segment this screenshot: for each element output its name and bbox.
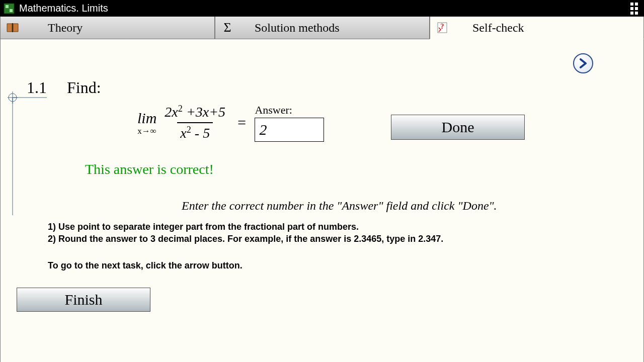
titlebar: Mathematics. Limits xyxy=(0,0,644,17)
done-button[interactable]: Done xyxy=(391,115,525,140)
menu-dots-icon[interactable] xyxy=(630,3,641,15)
tab-label: Solution methods xyxy=(255,21,340,35)
answer-input[interactable] xyxy=(255,118,324,142)
tab-theory[interactable]: Theory xyxy=(0,17,215,39)
tab-bar: Theory Σ Solution methods ? Self-check xyxy=(0,17,644,39)
selfcheck-icon: ? xyxy=(435,21,449,35)
limit-symbol: lim xyxy=(137,111,156,126)
problem-number: 1.1 xyxy=(27,78,47,97)
svg-rect-2 xyxy=(10,9,13,12)
chevron-right-icon xyxy=(578,58,588,68)
hint-2: 2) Round the answer to 3 decimal places.… xyxy=(48,233,443,245)
bracket-decoration xyxy=(8,79,47,215)
numerator: 2x2 +3x+5 xyxy=(162,104,228,122)
content-area: 1.1 Find: lim x→∞ 2x2 +3x+5 x2 - 5 = Ans… xyxy=(0,39,644,362)
problem-title: Find: xyxy=(67,78,101,97)
denominator: x2 - 5 xyxy=(177,122,213,142)
hint-1: 1) Use point to separate integer part fr… xyxy=(48,221,443,233)
feedback-message: This answer is correct! xyxy=(85,161,214,177)
book-icon xyxy=(6,21,20,35)
app-icon xyxy=(3,3,15,15)
instruction-text: Enter the correct number in the "Answer"… xyxy=(182,199,497,213)
svg-text:?: ? xyxy=(441,23,444,30)
tab-label: Self-check xyxy=(472,21,524,35)
sigma-icon: Σ xyxy=(220,21,234,35)
svg-rect-1 xyxy=(6,5,9,8)
next-arrow-button[interactable] xyxy=(573,53,593,73)
hints-block: 1) Use point to separate integer part fr… xyxy=(48,221,443,246)
equals-sign: = xyxy=(233,114,250,131)
limit-subscript: x→∞ xyxy=(137,127,156,135)
next-task-hint: To go to the next task, click the arrow … xyxy=(48,260,243,271)
finish-button[interactable]: Finish xyxy=(17,288,150,312)
tab-label: Theory xyxy=(48,21,83,35)
svg-point-8 xyxy=(9,94,17,102)
window-title: Mathematics. Limits xyxy=(19,3,108,14)
limit-expression: lim x→∞ 2x2 +3x+5 x2 - 5 = Answer: xyxy=(137,104,324,142)
answer-label: Answer: xyxy=(255,104,324,117)
tab-self-check[interactable]: ? Self-check xyxy=(430,17,644,39)
tab-solution-methods[interactable]: Σ Solution methods xyxy=(215,17,430,39)
